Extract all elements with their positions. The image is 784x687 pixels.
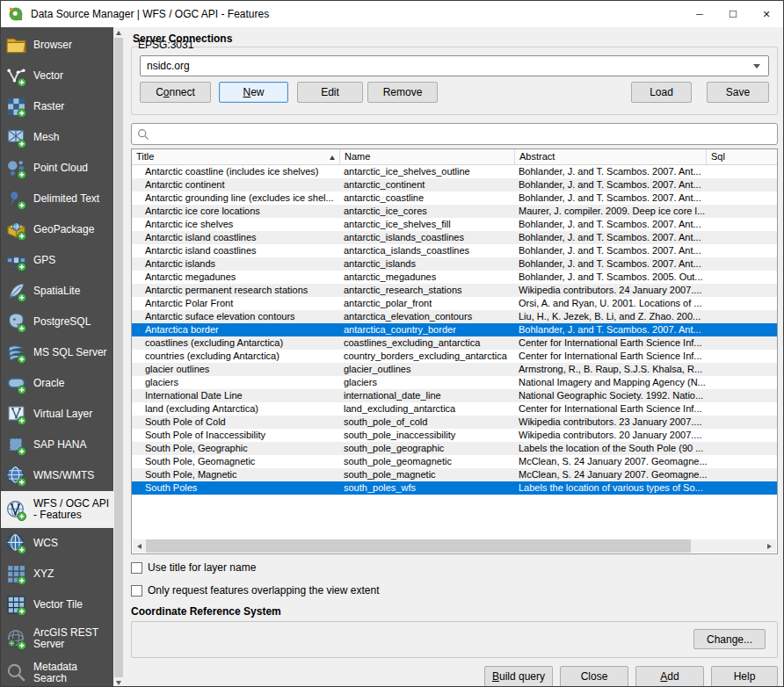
sidebar-item-wms-wmts[interactable]: WMS/WMTS — [1, 460, 113, 491]
maximize-button[interactable]: ☐ — [716, 1, 750, 27]
table-row[interactable]: Antarctica borderantarctica_country_bord… — [132, 323, 777, 336]
save-button[interactable]: Save — [707, 82, 769, 103]
crs-panel — [131, 621, 778, 658]
table-row[interactable]: Antarctic ice shelvesantarctic_ice_shelv… — [132, 218, 777, 231]
column-header-title[interactable]: Title — [132, 149, 340, 164]
connect-button[interactable]: Connect — [140, 82, 211, 103]
sidebar-scrollbar[interactable] — [113, 27, 124, 687]
cell-abstract: Center for International Earth Science I… — [515, 336, 707, 350]
sidebar-item-sap-hana[interactable]: SAP HANA — [1, 430, 113, 460]
table-row[interactable]: Antarctic permanent research stationsant… — [132, 284, 777, 297]
column-header-sql[interactable]: Sql — [707, 149, 777, 164]
connection-select[interactable]: nsidc.org — [140, 55, 769, 76]
sidebar-item-point-cloud[interactable]: Point Cloud — [1, 153, 113, 184]
table-scrollbar-thumb[interactable] — [146, 539, 691, 553]
table-row[interactable]: South Pole, Geomagneticsouth_pole_geomag… — [132, 455, 777, 468]
overlap-extent-option: Only request features overlapping the vi… — [131, 584, 379, 597]
crs-section-label: Coordinate Reference System — [131, 605, 281, 618]
table-row[interactable]: Antarctic island coastlinesantarctica_is… — [132, 244, 777, 257]
sidebar-item-spatialite[interactable]: SpatiaLite — [1, 276, 113, 307]
table-row[interactable]: International Date Lineinternational_dat… — [132, 389, 777, 402]
table-row[interactable]: South Pole, Magneticsouth_pole_magneticM… — [132, 468, 777, 481]
help-button[interactable]: Help — [711, 666, 778, 687]
sidebar-item-gps[interactable]: GPS — [1, 245, 113, 276]
overlap-extent-checkbox[interactable] — [131, 585, 142, 597]
column-header-name[interactable]: Name — [340, 149, 515, 164]
table-row[interactable]: Antarctic island coastlinesantarctic_isl… — [132, 231, 777, 244]
table-row[interactable]: Antarctic continentantarctic_continentBo… — [132, 178, 777, 192]
sidebar-item-vector-tile[interactable]: Vector Tile — [1, 589, 113, 620]
sidebar-item-arcgis-rest-server[interactable]: ArcGIS REST Server — [1, 620, 113, 657]
new-button[interactable]: New — [219, 82, 288, 103]
cell-sql — [707, 218, 777, 231]
load-button[interactable]: Load — [631, 82, 692, 103]
cell-sql — [707, 402, 777, 416]
cell-sql — [707, 376, 777, 389]
cell-sql — [707, 205, 777, 218]
scroll-down-icon[interactable] — [113, 677, 124, 687]
cell-sql — [707, 257, 777, 271]
table-row[interactable]: Antarctic megadunesantarctic_megadunesBo… — [132, 271, 777, 284]
sidebar-item-label: XYZ — [33, 568, 54, 580]
wms-icon — [5, 465, 27, 487]
table-horizontal-scrollbar[interactable] — [133, 539, 776, 553]
sidebar-item-browser[interactable]: Browser — [1, 30, 113, 61]
table-row[interactable]: Antarctic Polar Frontantarctic_polar_fro… — [132, 297, 777, 310]
sidebar-item-mesh[interactable]: Mesh — [1, 122, 113, 153]
point-cloud-icon — [5, 157, 27, 179]
table-row[interactable]: South Pole of Coldsouth_pole_of_coldWiki… — [132, 416, 777, 429]
use-title-checkbox[interactable] — [131, 562, 142, 574]
sidebar-item-geopackage[interactable]: GeoPackage — [1, 214, 113, 245]
close-window-button[interactable]: ✕ — [750, 1, 783, 27]
table-row[interactable]: Antarctic ice core locationsantarctic_ic… — [132, 205, 777, 218]
table-row[interactable]: coastlines (excluding Antarctica)coastli… — [132, 336, 777, 350]
edit-button[interactable]: Edit — [297, 82, 363, 103]
table-row[interactable]: countries (excluding Antarctica)country_… — [132, 350, 777, 363]
add-button[interactable]: Add — [635, 666, 704, 687]
table-row[interactable]: South Pole of Inaccessibilitysouth_pole_… — [132, 429, 777, 442]
minimize-button[interactable]: ─ — [683, 1, 716, 27]
table-row[interactable]: Antarctic coastline (includes ice shelve… — [132, 165, 777, 178]
scroll-left-icon[interactable] — [133, 539, 146, 553]
table-row[interactable]: Antarctic grounding line (excludes ice s… — [132, 192, 777, 205]
table-row[interactable]: Antarctic islandsantarctic_islandsBohlan… — [132, 257, 777, 271]
cell-title: glacier outlines — [132, 363, 340, 376]
cell-abstract: McClean, S. 24 January 2007. Geomagne... — [515, 468, 707, 481]
sidebar-item-xyz[interactable]: XYZ — [1, 559, 113, 589]
sidebar-item-ms-sql-server[interactable]: MS SQL Server — [1, 337, 113, 368]
crs-change-button[interactable]: Change... — [693, 629, 766, 649]
remove-button[interactable]: Remove — [367, 82, 438, 103]
sidebar-item-wfs-ogc-api-features[interactable]: WFS / OGC API - Features — [1, 491, 113, 528]
sidebar-item-delimited-text[interactable]: Delimited Text — [1, 184, 113, 214]
sidebar-item-oracle[interactable]: Oracle — [1, 368, 113, 399]
sidebar-item-virtual-layer[interactable]: Virtual Layer — [1, 399, 113, 430]
search-input[interactable] — [149, 124, 777, 144]
wcs-icon — [5, 532, 27, 554]
cell-sql — [707, 429, 777, 442]
scroll-right-icon[interactable] — [763, 539, 776, 553]
table-row[interactable]: South Polessouth_poles_wfsLabels the loc… — [132, 481, 777, 495]
cell-abstract: Maurer, J. compiler. 2009. Deep ice core… — [515, 205, 707, 218]
column-header-abstract[interactable]: Abstract — [515, 149, 707, 164]
sidebar-scrollbar-thumb[interactable] — [114, 38, 123, 677]
table-row[interactable]: glaciersglaciersNational Imagery and Map… — [132, 376, 777, 389]
sidebar-item-raster[interactable]: Raster — [1, 91, 113, 122]
cell-title: South Pole, Magnetic — [132, 468, 340, 481]
cell-title: Antarctic megadunes — [132, 271, 340, 284]
build-query-button[interactable]: Build query — [484, 666, 553, 687]
cell-title: glaciers — [132, 376, 340, 389]
cell-name: antarctic_islands — [340, 257, 515, 271]
vector-icon — [5, 65, 27, 87]
scroll-up-icon[interactable] — [113, 27, 124, 38]
table-row[interactable]: glacier outlinesglacier_outlinesArmstron… — [132, 363, 777, 376]
layers-table: Title Name Abstract Sql Antarctic coastl… — [131, 148, 778, 554]
table-row[interactable]: Antarctic suface elevation contoursantar… — [132, 310, 777, 323]
cell-name: antarctic_islands_coastlines — [340, 231, 515, 244]
sidebar-item-metadata-search[interactable]: Metadata Search — [1, 657, 113, 687]
close-button[interactable]: Close — [560, 666, 628, 687]
table-row[interactable]: South Pole, Geographicsouth_pole_geograp… — [132, 442, 777, 455]
table-row[interactable]: land (excluding Antarctica)land_excludin… — [132, 402, 777, 416]
sidebar-item-wcs[interactable]: WCS — [1, 528, 113, 559]
sidebar-item-postgresql[interactable]: PostgreSQL — [1, 307, 113, 337]
sidebar-item-vector[interactable]: Vector — [1, 61, 113, 91]
